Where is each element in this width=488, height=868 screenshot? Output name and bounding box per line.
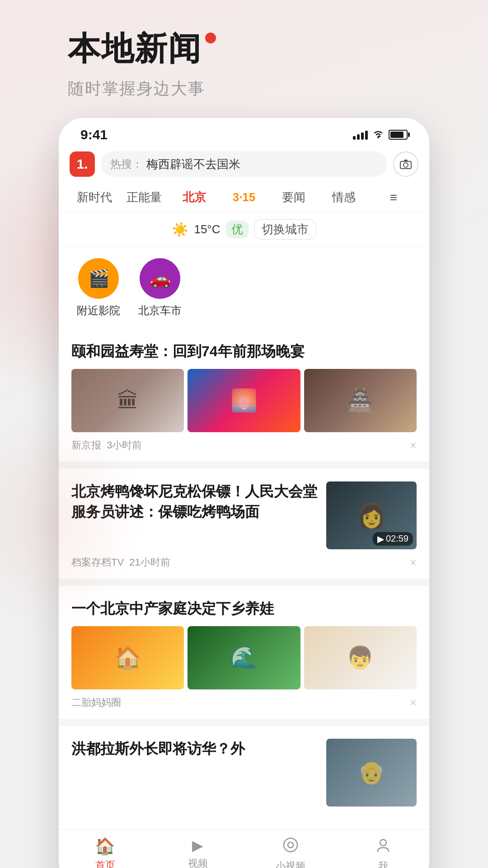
news-image	[188, 626, 300, 689]
weather-quality: 优	[226, 221, 249, 238]
news-card-2[interactable]: 北京烤鸭馋坏尼克松保镖！人民大会堂服务员讲述：保镖吃烤鸭场面 ▶ 02:59 档…	[59, 469, 429, 579]
news-close-3[interactable]: ×	[410, 696, 417, 710]
tab-emotions[interactable]: 情感	[319, 186, 368, 209]
news-title-4: 洪都拉斯外长即将访华？外	[71, 739, 319, 759]
news-title-2: 北京烤鸭馋坏尼克松保镖！人民大会堂服务员讲述：保镖吃烤鸭场面	[71, 481, 319, 522]
tab-positive[interactable]: 正能量	[119, 186, 169, 209]
news-images-1	[71, 369, 417, 432]
cinema-label: 附近影院	[77, 303, 120, 318]
tab-beijing[interactable]: 北京	[169, 186, 219, 209]
nav-tabs: 新时代 正能量 北京 3·15 要闻 情感 ≡	[59, 183, 429, 212]
news-close-1[interactable]: ×	[410, 439, 417, 453]
home-icon: 🏠	[95, 837, 115, 856]
profile-icon	[375, 837, 391, 857]
home-label: 首页	[95, 859, 115, 868]
short-video-label: 小视频	[276, 859, 305, 868]
status-bar: 9:41	[59, 118, 429, 147]
app-logo: 1.	[70, 151, 95, 177]
search-bar: 1. 热搜： 梅西辟谣不去国米	[59, 147, 429, 183]
bottom-nav-profile[interactable]: 我	[337, 837, 429, 868]
news-meta-1: 新京报 3小时前 ×	[71, 439, 417, 453]
news-content: 颐和园益寿堂：回到74年前那场晚宴 新京报 3小时前 × 北京烤	[59, 329, 429, 822]
bottom-nav-home[interactable]: 🏠 首页	[59, 837, 151, 868]
news-images-3	[71, 626, 417, 689]
search-prefix: 热搜：	[110, 157, 143, 171]
camera-button[interactable]	[393, 151, 418, 177]
page-title: 本地新闻	[68, 27, 429, 71]
quick-item-car[interactable]: 🚗 北京车市	[138, 258, 182, 318]
weather-icon: ☀️	[172, 222, 188, 237]
tab-315[interactable]: 3·15	[219, 187, 269, 208]
phone-frame: 9:41 1. 热搜：	[59, 118, 429, 868]
news-card-1[interactable]: 颐和园益寿堂：回到74年前那场晚宴 新京报 3小时前 ×	[59, 329, 429, 462]
title-dot	[205, 33, 216, 43]
news-feed: 颐和园益寿堂：回到74年前那场晚宴 新京报 3小时前 × 北京烤	[59, 329, 429, 829]
news-horizontal-4: 洪都拉斯外长即将访华？外	[71, 739, 417, 807]
svg-rect-3	[404, 160, 408, 161]
news-source-3: 二胎妈妈圈	[71, 696, 121, 709]
news-horizontal-2: 北京烤鸭馋坏尼克松保镖！人民大会堂服务员讲述：保镖吃烤鸭场面 ▶ 02:59	[71, 481, 417, 549]
bottom-nav-video[interactable]: ▶ 视频	[151, 837, 244, 868]
signal-icon	[353, 130, 368, 140]
weather-bar: ☀️ 15°C 优 切换城市	[59, 212, 429, 247]
news-close-2[interactable]: ×	[410, 556, 417, 570]
news-image	[304, 369, 417, 432]
news-meta-3: 二胎妈妈圈 ×	[71, 696, 417, 710]
city-switch-button[interactable]: 切换城市	[254, 219, 316, 240]
tab-new-era[interactable]: 新时代	[70, 186, 119, 209]
page-header: 本地新闻 随时掌握身边大事	[59, 27, 429, 100]
news-card-3[interactable]: 一个北京中产家庭决定下乡养娃 二胎妈妈圈 ×	[59, 586, 429, 719]
status-time: 9:41	[80, 127, 108, 142]
car-icon: 🚗	[140, 258, 180, 299]
video-duration-badge: ▶ 02:59	[373, 532, 413, 546]
cinema-icon: 🎬	[78, 258, 119, 299]
svg-point-0	[377, 137, 379, 138]
news-image	[188, 369, 300, 432]
video-icon: ▶	[192, 837, 203, 854]
wifi-icon	[372, 128, 384, 141]
news-image-4	[326, 739, 417, 807]
short-video-icon	[282, 837, 299, 857]
status-icons	[353, 128, 408, 141]
svg-point-6	[380, 840, 386, 846]
news-card-4[interactable]: 洪都拉斯外长即将访华？外	[59, 726, 429, 822]
search-hot-text: 梅西辟谣不去国米	[146, 156, 240, 172]
page-subtitle: 随时掌握身边大事	[68, 78, 429, 100]
tab-headlines[interactable]: 要闻	[269, 186, 319, 209]
news-title-1: 颐和园益寿堂：回到74年前那场晚宴	[71, 341, 417, 362]
news-image-2: ▶ 02:59	[326, 481, 417, 549]
bottom-nav: 🏠 首页 ▶ 视频 小视频 我	[59, 829, 429, 868]
svg-point-2	[404, 163, 408, 167]
svg-point-5	[288, 842, 293, 848]
quick-item-cinema[interactable]: 🎬 附近影院	[77, 258, 120, 318]
news-meta-2: 档案存档TV 21小时前 ×	[71, 556, 417, 570]
quick-access: 🎬 附近影院 🚗 北京车市	[59, 247, 429, 329]
news-image	[71, 369, 184, 432]
news-title-3: 一个北京中产家庭决定下乡养娃	[71, 599, 417, 619]
news-image	[71, 626, 184, 689]
news-image	[304, 626, 417, 689]
car-label: 北京车市	[138, 303, 182, 318]
news-source-1: 新京报 3小时前	[71, 439, 142, 452]
bottom-nav-short-video[interactable]: 小视频	[244, 837, 337, 868]
profile-label: 我	[378, 859, 388, 868]
news-source-2: 档案存档TV 21小时前	[71, 556, 170, 569]
svg-point-4	[284, 838, 297, 852]
search-input[interactable]: 热搜： 梅西辟谣不去国米	[101, 151, 387, 177]
weather-temp: 15°C	[194, 222, 220, 236]
video-label: 视频	[188, 857, 208, 868]
nav-menu-icon[interactable]: ≡	[369, 187, 418, 208]
battery-icon	[389, 130, 408, 140]
